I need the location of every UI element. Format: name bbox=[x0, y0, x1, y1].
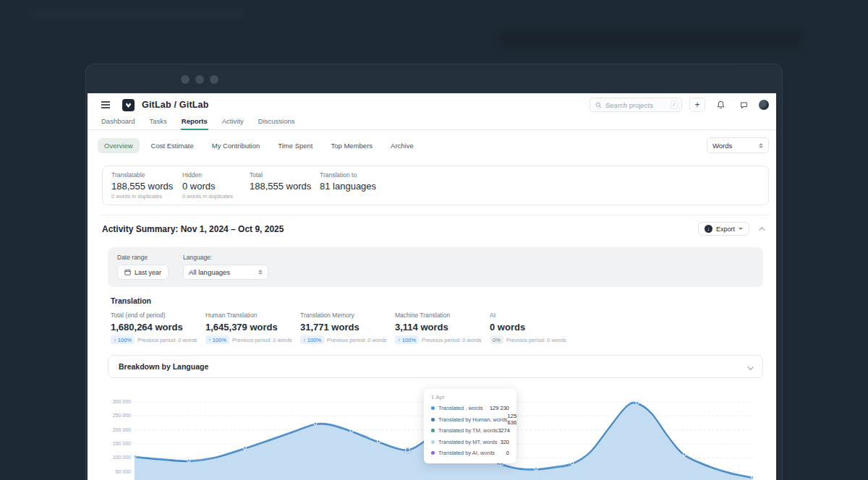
translation-stat: Human Translation 1,645,379 words ↑ 100%… bbox=[205, 312, 300, 344]
window-titlebar bbox=[86, 64, 782, 93]
window-control-icon bbox=[181, 75, 190, 84]
window-control-icon bbox=[210, 75, 218, 84]
stat-label: Machine Translation bbox=[395, 312, 490, 320]
tooltip-series-label: Translated by AI, words bbox=[438, 450, 506, 456]
series-dot-icon bbox=[431, 440, 435, 444]
stat-value: 3,114 words bbox=[395, 321, 490, 333]
breakdown-by-language-card[interactable]: Breakdown by Language bbox=[108, 355, 763, 378]
language-filter: Language: All languages bbox=[183, 254, 268, 280]
trend-badge: ↑ 100% bbox=[205, 335, 229, 344]
stat-value: 188,555 words bbox=[111, 180, 182, 192]
create-new-button[interactable]: + bbox=[689, 98, 705, 112]
report-tab[interactable]: Archive bbox=[384, 138, 420, 153]
stat-value: 188,555 words bbox=[250, 180, 320, 192]
project-nav-tab[interactable]: Tasks bbox=[148, 115, 167, 129]
previous-period-text: Previous period: 0 words bbox=[327, 337, 387, 343]
project-stat: Translatable 188,555 words 0 words in du… bbox=[111, 171, 182, 200]
y-axis-tick: 300 000 bbox=[108, 399, 131, 404]
series-dot-icon bbox=[431, 418, 435, 421]
language-select[interactable]: All languages bbox=[183, 265, 268, 280]
report-tab[interactable]: Top Members bbox=[325, 138, 380, 153]
search-input[interactable] bbox=[605, 101, 671, 109]
tooltip-series-value: 0 bbox=[506, 450, 509, 456]
chart-hover-point bbox=[405, 447, 410, 453]
tooltip-series-label: Translated by TM, words bbox=[438, 427, 498, 434]
gitlab-logo-icon bbox=[124, 101, 132, 109]
language-label: Language: bbox=[183, 254, 268, 261]
tooltip-series-value: 320 bbox=[500, 439, 509, 445]
stat-label: Translation Memory bbox=[300, 312, 395, 320]
select-arrows-icon bbox=[258, 270, 263, 275]
project-stat: Hidden 0 words 0 words in duplicates bbox=[182, 171, 250, 200]
translation-stat: Machine Translation 3,114 words ↑ 100% P… bbox=[395, 312, 490, 344]
y-axis-tick: 250 000 bbox=[108, 413, 131, 418]
tooltip-rows: Translated , words 129 230 Translated by… bbox=[431, 403, 509, 459]
chevron-down-icon bbox=[747, 364, 753, 369]
tooltip-series-label: Translated , words bbox=[438, 405, 490, 411]
project-logo bbox=[122, 99, 135, 111]
translation-stat: Translation Memory 31,771 words ↑ 100% P… bbox=[300, 312, 395, 344]
project-stat: Translation to 81 languages bbox=[320, 171, 407, 200]
report-tab[interactable]: Cost Estimate bbox=[145, 138, 200, 153]
window-control-icon bbox=[195, 75, 204, 84]
search-shortcut-hint: / bbox=[671, 100, 678, 109]
previous-period-text: Previous period: 0 words bbox=[137, 337, 197, 343]
report-tab[interactable]: My Contribution bbox=[205, 138, 267, 153]
y-axis-tick: 100 000 bbox=[108, 455, 131, 460]
report-tab[interactable]: Time Spent bbox=[271, 138, 319, 153]
stat-subtext: 0 words in duplicates bbox=[182, 193, 250, 200]
stat-label: Total (end of period) bbox=[111, 312, 205, 320]
tooltip-row: Translated by TM, words 3274 bbox=[431, 425, 509, 437]
project-nav-tabs: Dashboard Tasks Reports Activity Discuss… bbox=[88, 115, 776, 130]
project-nav-tab[interactable]: Reports bbox=[181, 115, 208, 130]
activity-summary-title: Activity Summary: Nov 1, 2024 – Oct 9, 2… bbox=[102, 224, 284, 234]
date-range-button[interactable]: Last year bbox=[117, 265, 169, 280]
language-select-value: All languages bbox=[189, 268, 230, 276]
app-content: GitLab / GitLab / + bbox=[88, 93, 776, 480]
translation-stat: Total (end of period) 1,680,264 words ↑ … bbox=[111, 312, 205, 344]
project-nav-tab[interactable]: Discussions bbox=[258, 115, 296, 129]
report-tab[interactable]: Overview bbox=[98, 138, 140, 153]
hamburger-menu-icon[interactable] bbox=[101, 100, 111, 110]
search-box[interactable]: / bbox=[590, 98, 682, 112]
plus-icon: + bbox=[694, 100, 699, 109]
stat-label: Hidden bbox=[182, 171, 250, 179]
unit-select[interactable]: Words bbox=[707, 137, 769, 153]
previous-period-text: Previous period: 0 words bbox=[232, 337, 292, 343]
stat-value: 1,680,264 words bbox=[111, 321, 205, 333]
y-axis-tick: 150 000 bbox=[108, 441, 131, 446]
project-nav-tab[interactable]: Activity bbox=[221, 115, 244, 129]
report-tabs-row: Overview Cost Estimate My Contribution T… bbox=[98, 137, 769, 153]
section-divider bbox=[102, 215, 769, 215]
tooltip-row: Translated by AI, words 0 bbox=[431, 447, 509, 459]
export-button[interactable]: ↓ Export bbox=[698, 222, 749, 236]
tooltip-series-value: 125 636 bbox=[508, 413, 517, 426]
top-bar: GitLab / GitLab / + bbox=[88, 93, 776, 115]
project-nav-tab[interactable]: Dashboard bbox=[101, 115, 135, 129]
translation-section: Translation Total (end of period) 1,680,… bbox=[111, 296, 763, 344]
notifications-button[interactable] bbox=[712, 98, 728, 112]
trend-badge: ↑ 100% bbox=[395, 335, 419, 344]
bell-icon bbox=[717, 100, 725, 109]
collapse-section-button[interactable] bbox=[759, 227, 765, 233]
series-dot-icon bbox=[431, 451, 435, 455]
stat-value: 81 languages bbox=[320, 180, 407, 192]
translation-columns: Total (end of period) 1,680,264 words ↑ … bbox=[111, 312, 763, 344]
breakdown-title: Breakdown by Language bbox=[119, 362, 208, 371]
app-window: GitLab / GitLab / + bbox=[85, 64, 783, 480]
stat-value: 31,771 words bbox=[300, 321, 395, 333]
tooltip-series-value: 3274 bbox=[498, 427, 510, 434]
calendar-icon bbox=[124, 269, 131, 275]
date-range-label: Date range bbox=[117, 254, 169, 261]
page-title: GitLab / GitLab bbox=[142, 100, 209, 110]
tooltip-date: 1 Apr bbox=[431, 394, 509, 400]
messages-button[interactable] bbox=[736, 98, 752, 112]
project-stat: Total 188,555 words bbox=[250, 171, 320, 200]
stat-label: AI bbox=[490, 312, 584, 320]
translation-stat: AI 0 words 0% Previous period: 0 words bbox=[490, 312, 584, 344]
stat-value: 1,645,379 words bbox=[205, 321, 300, 333]
search-icon bbox=[595, 102, 602, 108]
desktop-background: GitLab / GitLab / + bbox=[0, 0, 868, 480]
user-avatar[interactable] bbox=[759, 100, 769, 110]
stat-label: Translatable bbox=[111, 171, 182, 179]
